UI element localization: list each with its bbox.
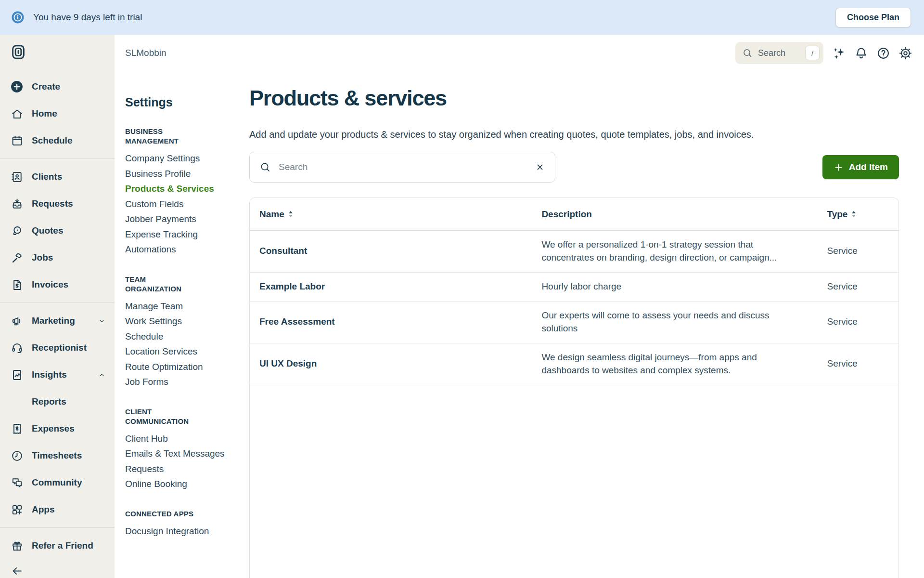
cell-name: UI UX Design [250,350,532,378]
sidebar-item-label: Reports [32,396,66,407]
global-search[interactable]: Search / [735,42,823,64]
notifications-button[interactable] [850,42,872,64]
sidebar-item-insights[interactable]: Insights [0,361,115,388]
primary-nav: CreateHomeScheduleClientsRequestsQuotesJ… [0,73,115,578]
settings-item-online-booking[interactable]: Online Booking [125,476,238,492]
settings-button[interactable] [894,42,916,64]
page: You have 9 days left in trial Choose Pla… [0,0,924,578]
expenses-icon [10,422,24,435]
column-header-description: Description [532,209,817,220]
table-row-ui-ux-design[interactable]: UI UX DesignWe design seamless digital j… [250,343,898,385]
table-row-example-labor[interactable]: Example LaborHourly labor chargeService [250,273,898,302]
table-row-consultant[interactable]: ConsultantWe offer a personalized 1-on-1… [250,231,898,273]
settings-item-route-optimization[interactable]: Route Optimization [125,359,238,375]
sidebar-divider [0,158,115,159]
column-label: Description [541,209,592,220]
cell-description: We offer a personalized 1-on-1 strategy … [532,231,817,272]
help-button[interactable] [872,42,894,64]
choose-plan-button[interactable]: Choose Plan [835,8,911,27]
items-search-input[interactable] [278,161,528,173]
sidebar-item-marketing[interactable]: Marketing [0,307,115,334]
sidebar-item-create[interactable]: Create [0,73,115,100]
topbar: SLMobbin Search / [115,35,924,71]
sidebar-item-label: Create [32,81,60,92]
settings-item-custom-fields[interactable]: Custom Fields [125,197,238,212]
settings-item-jobber-payments[interactable]: Jobber Payments [125,211,238,227]
global-search-placeholder: Search [758,48,785,58]
sparkles-icon [832,46,846,60]
primary-sidebar: CreateHomeScheduleClientsRequestsQuotesJ… [0,35,115,578]
quotes-icon [10,224,24,237]
sort-icon [852,211,856,217]
table-row-free-assessment[interactable]: Free AssessmentOur experts will come to … [250,302,898,343]
gear-icon [898,46,912,60]
column-header-name[interactable]: Name [250,209,532,220]
settings-section-heading: CONNECTED APPS [125,509,197,519]
settings-item-work-settings[interactable]: Work Settings [125,314,238,329]
add-item-button[interactable]: Add Item [822,155,899,179]
settings-item-business-profile[interactable]: Business Profile [125,166,238,182]
sidebar-item-apps[interactable]: Apps [0,496,115,523]
invoices-icon [10,278,24,291]
sidebar-item-community[interactable]: Community [0,469,115,496]
plus-icon [834,162,844,172]
sidebar-item-home[interactable]: Home [0,100,115,127]
sidebar-item-label: Timesheets [32,450,82,461]
settings-item-schedule[interactable]: Schedule [125,329,238,344]
chevron-down-icon [98,317,106,325]
sidebar-item-quotes[interactable]: Quotes [0,217,115,244]
settings-item-products-services[interactable]: Products & Services [125,181,238,197]
collapse-sidebar-button[interactable] [0,559,115,578]
products-table: NameDescriptionType ConsultantWe offer a… [249,197,899,578]
settings-item-emails-text-messages[interactable]: Emails & Text Messages [125,446,238,461]
sidebar-item-label: Invoices [32,279,68,290]
insights-icon [10,368,24,381]
column-header-type[interactable]: Type [817,209,898,220]
arrow-left-icon [10,564,24,578]
settings-item-location-services[interactable]: Location Services [125,344,238,359]
page-description: Add and update your products & services … [249,129,899,140]
clear-search-button[interactable] [535,162,545,172]
items-search-box [249,152,555,183]
settings-section-heading: CLIENT COMMUNICATION [125,407,197,426]
settings-item-expense-tracking[interactable]: Expense Tracking [125,227,238,242]
receptionist-icon [10,341,24,355]
search-icon [259,161,271,173]
company-logo[interactable] [0,43,115,63]
sidebar-item-invoices[interactable]: Invoices [0,271,115,298]
page-title: Products & services [249,86,899,111]
sidebar-item-jobs[interactable]: Jobs [0,244,115,271]
sidebar-item-expenses[interactable]: Expenses [0,415,115,442]
gift-icon [10,539,24,552]
trial-message: You have 9 days left in trial [33,12,142,23]
sidebar-item-requests[interactable]: Requests [0,190,115,217]
calendar-icon [10,134,24,147]
ai-assistant-button[interactable] [828,42,850,64]
company-name: SLMobbin [125,48,167,58]
sidebar-item-label: Marketing [32,315,75,326]
timesheets-icon [10,449,24,462]
settings-item-manage-team[interactable]: Manage Team [125,299,238,314]
settings-item-requests[interactable]: Requests [125,461,238,477]
sidebar-item-receptionist[interactable]: Receptionist [0,334,115,361]
search-shortcut-key: / [805,46,820,60]
settings-item-client-hub[interactable]: Client Hub [125,431,238,447]
community-icon [10,476,24,489]
sidebar-divider [0,527,115,528]
requests-icon [10,197,24,210]
settings-item-company-settings[interactable]: Company Settings [125,151,238,166]
trial-banner: You have 9 days left in trial Choose Pla… [0,0,924,35]
jobs-icon [10,251,24,264]
settings-item-job-forms[interactable]: Job Forms [125,374,238,390]
info-circle-icon [11,10,25,25]
sidebar-item-clients[interactable]: Clients [0,163,115,190]
bell-icon [854,46,868,60]
sidebar-item-refer-a-friend[interactable]: Refer a Friend [0,532,115,559]
sidebar-item-label: Home [32,108,57,119]
sidebar-item-schedule[interactable]: Schedule [0,127,115,154]
settings-item-automations[interactable]: Automations [125,242,238,257]
settings-item-docusign-integration[interactable]: Docusign Integration [125,524,238,539]
sidebar-item-reports[interactable]: Reports [0,388,115,415]
sidebar-item-label: Insights [32,369,67,380]
sidebar-item-timesheets[interactable]: Timesheets [0,442,115,469]
